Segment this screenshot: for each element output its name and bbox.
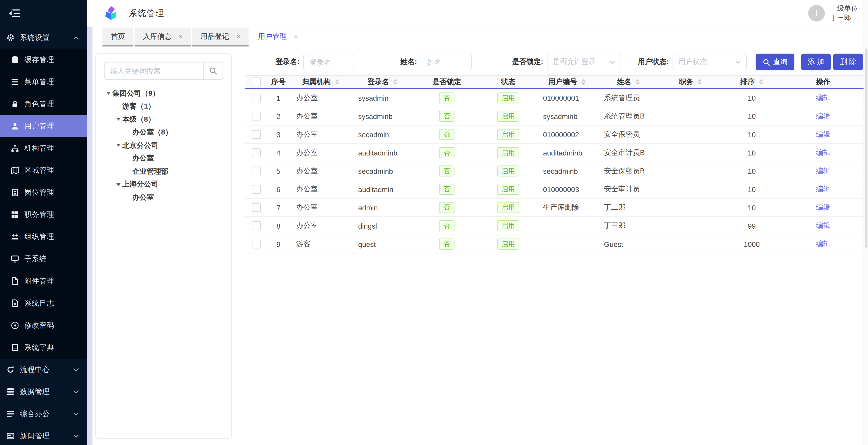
add-button[interactable]: 添 加 <box>801 54 831 70</box>
sidebar-item-流程中心[interactable]: 流程中心 <box>0 358 87 381</box>
caret-down-icon[interactable] <box>115 144 122 147</box>
row-checkbox[interactable] <box>252 148 261 157</box>
app-window: 系统设置缓存管理菜单管理角色管理用户管理机构管理区域管理岗位管理职务管理组织管理… <box>0 0 868 445</box>
menu-fold-icon[interactable] <box>9 9 20 17</box>
column-header-duty: 职务 <box>659 77 721 87</box>
edit-link[interactable]: 编辑 <box>816 148 831 158</box>
table-body: 1办公室sysadmin否启用010000001系统管理员10编辑2办公室sys… <box>245 89 864 253</box>
sidebar-scrollbar[interactable] <box>87 27 93 445</box>
edit-link[interactable]: 编辑 <box>816 203 831 213</box>
sidebar-item-数据管理[interactable]: 数据管理 <box>0 381 87 403</box>
login-input[interactable] <box>304 54 355 70</box>
news-icon <box>6 432 14 440</box>
column-header-label: 序号 <box>271 77 286 87</box>
header-user-area[interactable]: 丁 一级单位 丁三郎 <box>808 4 861 23</box>
sidebar-item-机构管理[interactable]: 机构管理 <box>0 137 87 159</box>
sidebar-item-组织管理[interactable]: 组织管理 <box>0 226 87 248</box>
row-checkbox[interactable] <box>252 240 261 249</box>
search-button[interactable]: 查询 <box>755 54 795 70</box>
sort-caret-icon[interactable] <box>393 79 398 85</box>
caret-down-icon[interactable] <box>104 92 112 95</box>
status-select[interactable]: 用户状态 <box>673 54 747 70</box>
cell-locked: 否 <box>413 202 480 213</box>
sort-caret-icon[interactable] <box>335 79 339 85</box>
tab-入库信息[interactable]: 入库信息× <box>134 28 191 46</box>
cell-action: 编辑 <box>782 184 864 194</box>
sidebar-item-用户管理[interactable]: 用户管理 <box>0 115 87 137</box>
sidebar-item-系统字典[interactable]: 系统字典 <box>0 337 87 358</box>
row-checkbox[interactable] <box>252 203 261 212</box>
sidebar-item-label: 菜单管理 <box>24 77 54 87</box>
status-badge: 否 <box>439 110 455 122</box>
edit-link[interactable]: 编辑 <box>816 111 831 121</box>
select-all-checkbox[interactable] <box>252 77 261 86</box>
sidebar-item-系统设置[interactable]: 系统设置 <box>0 27 87 49</box>
cell-checkbox <box>245 148 267 157</box>
sidebar-item-系统日志[interactable]: 系统日志 <box>0 292 87 314</box>
tab-label: 入库信息 <box>143 32 172 41</box>
org-tree-panel: 集团公司（9）游客（1）本级（8）办公室（8）北京分公司办公室企业管理部上海分公… <box>95 53 232 439</box>
sort-caret-icon[interactable] <box>759 79 763 85</box>
tree-node-集团公司（9）[interactable]: 集团公司（9） <box>100 87 227 100</box>
sidebar-item-label: 子系统 <box>24 254 47 264</box>
sidebar-item-label: 系统设置 <box>20 33 50 43</box>
edit-link[interactable]: 编辑 <box>816 166 831 176</box>
page-scrollbar-thumb[interactable] <box>865 49 867 248</box>
caret-down-icon[interactable] <box>115 183 122 186</box>
name-input[interactable] <box>421 54 472 70</box>
sidebar-item-角色管理[interactable]: 角色管理 <box>0 93 87 115</box>
tree-node-本级（8）[interactable]: 本级（8） <box>100 113 227 126</box>
tree-node-游客（1）[interactable]: 游客（1） <box>100 100 227 113</box>
avatar[interactable]: 丁 <box>808 5 825 22</box>
row-checkbox[interactable] <box>252 185 261 194</box>
tree-search-input[interactable] <box>104 63 203 79</box>
tree-node-办公室（8）[interactable]: 办公室（8） <box>100 126 227 139</box>
row-checkbox[interactable] <box>252 166 261 175</box>
sidebar-item-子系统[interactable]: 子系统 <box>0 248 87 270</box>
sort-caret-icon[interactable] <box>635 79 640 85</box>
tab-用品登记[interactable]: 用品登记× <box>192 28 249 46</box>
tree-node-北京分公司[interactable]: 北京分公司 <box>100 139 227 152</box>
column-header-label: 姓名 <box>617 77 631 87</box>
sidebar-item-菜单管理[interactable]: 菜单管理 <box>0 71 87 93</box>
edit-link[interactable]: 编辑 <box>816 184 831 194</box>
user-table: 序号归属机构登录名是否锁定状态用户编号姓名职务排序操作 1办公室sysadmin… <box>245 75 864 253</box>
edit-link[interactable]: 编辑 <box>816 130 831 139</box>
cell-seq: 5 <box>267 167 289 175</box>
cell-status: 启用 <box>480 184 536 195</box>
tree-node-企业管理部[interactable]: 企业管理部 <box>100 165 227 178</box>
tree-node-办公室[interactable]: 办公室 <box>100 191 227 204</box>
row-checkbox[interactable] <box>252 93 261 102</box>
sidebar-item-缓存管理[interactable]: 缓存管理 <box>0 49 87 71</box>
row-checkbox[interactable] <box>252 112 261 121</box>
edit-link[interactable]: 编辑 <box>816 239 831 249</box>
tree-node-label: 办公室（8） <box>132 127 172 137</box>
grid-icon <box>11 211 19 218</box>
tree-node-办公室[interactable]: 办公室 <box>100 152 227 165</box>
tab-首页[interactable]: 首页 <box>102 28 133 46</box>
sidebar-item-修改密码[interactable]: R修改密码 <box>0 314 87 337</box>
caret-down-icon[interactable] <box>115 118 122 121</box>
sidebar-item-综合办公[interactable]: 综合办公 <box>0 403 87 425</box>
sort-caret-icon[interactable] <box>698 79 702 85</box>
locked-select[interactable]: 是否允许登录 <box>547 54 621 70</box>
tab-用户管理[interactable]: 用户管理× <box>250 28 306 46</box>
edit-link[interactable]: 编辑 <box>816 221 831 231</box>
table-header-row: 序号归属机构登录名是否锁定状态用户编号姓名职务排序操作 <box>245 75 864 89</box>
delete-button[interactable]: 删 除 <box>833 54 863 70</box>
sidebar-item-新闻管理[interactable]: 新闻管理 <box>0 425 87 445</box>
close-icon[interactable]: × <box>236 33 240 40</box>
close-icon[interactable]: × <box>179 33 183 40</box>
sidebar-item-附件管理[interactable]: 附件管理 <box>0 270 87 292</box>
close-icon[interactable]: × <box>294 33 298 40</box>
sidebar-item-区域管理[interactable]: 区域管理 <box>0 159 87 182</box>
sidebar-item-岗位管理[interactable]: 岗位管理 <box>0 182 87 203</box>
row-checkbox[interactable] <box>252 221 261 230</box>
row-checkbox[interactable] <box>252 130 261 139</box>
sort-caret-icon[interactable] <box>581 79 586 85</box>
tree-node-上海分公司[interactable]: 上海分公司 <box>100 178 227 191</box>
tree-search-button[interactable] <box>203 63 223 79</box>
edit-link[interactable]: 编辑 <box>816 93 831 103</box>
status-badge: 启用 <box>497 93 519 103</box>
sidebar-item-职务管理[interactable]: 职务管理 <box>0 203 87 226</box>
